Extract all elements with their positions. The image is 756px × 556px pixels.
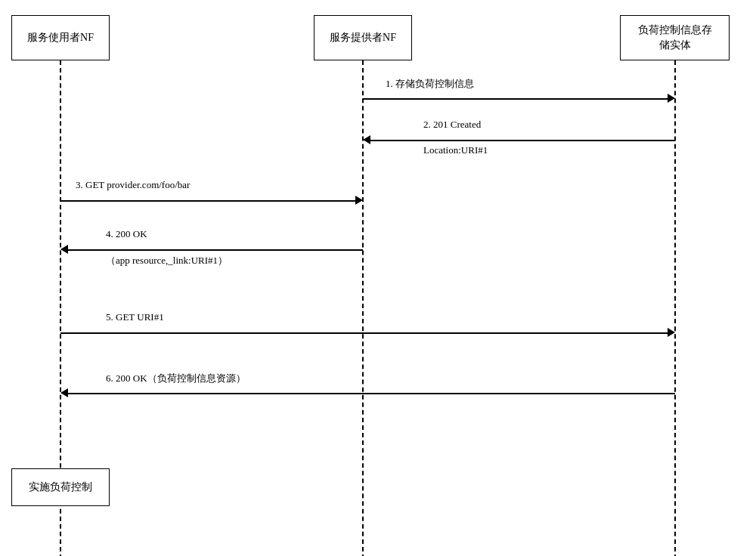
arrow-4-label: 4. 200 OK — [106, 228, 147, 240]
arrow-3: 3. GET provider.com/foo/bar — [60, 193, 363, 208]
arrow-5: 5. GET URI#1 — [60, 325, 675, 340]
arrow-2: 2. 201 Created Location:URI#1 — [363, 132, 675, 147]
actor-nf-consumer: 服务使用者NF — [11, 15, 110, 60]
arrow-2-label: 2. 201 Created — [423, 119, 481, 131]
arrow-4-label2: （app resource,_link:URI#1） — [106, 254, 228, 267]
arrow-1-label: 1. 存储负荷控制信息 — [386, 77, 474, 91]
arrow-6-label: 6. 200 OK（负荷控制信息资源） — [106, 372, 246, 385]
arrow-5-label: 5. GET URI#1 — [106, 311, 164, 323]
actor-nf-provider: 服务提供者NF — [314, 15, 412, 60]
arrow-1: 1. 存储负荷控制信息 — [363, 91, 675, 106]
sequence-diagram: 服务使用者NF 服务提供者NF 负荷控制信息存储实体 1. 存储负荷控制信息 2… — [0, 0, 756, 556]
arrow-6: 6. 200 OK（负荷控制信息资源） — [60, 385, 675, 400]
arrow-2-label2: Location:URI#1 — [423, 144, 488, 156]
arrow-3-label: 3. GET provider.com/foo/bar — [76, 179, 190, 191]
actor-storage: 负荷控制信息存储实体 — [620, 15, 730, 60]
arrow-4: 4. 200 OK （app resource,_link:URI#1） — [60, 242, 363, 257]
bottom-box-load-control: 实施负荷控制 — [11, 468, 110, 506]
